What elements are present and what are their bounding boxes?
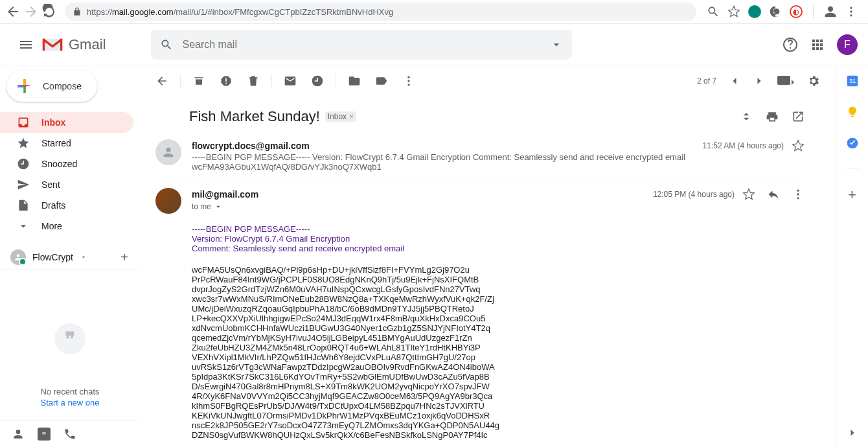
inbox-chip[interactable]: Inbox× [325,111,356,122]
lock-icon [73,7,82,16]
nav-more[interactable]: More [0,216,133,236]
compose-button[interactable]: Compose [6,71,97,102]
zoom-icon[interactable] [707,5,720,18]
settings-button[interactable] [807,74,820,87]
nav-snoozed[interactable]: Snoozed [0,154,133,174]
pinterest-icon[interactable] [769,5,782,18]
file-icon [17,199,30,212]
calendar-addon-icon[interactable]: 31 [846,74,859,87]
svg-point-1 [850,7,852,9]
add-label-button[interactable]: + [120,250,128,265]
browser-menu-icon[interactable] [845,5,858,18]
spam-button[interactable] [220,74,233,87]
hangouts-tab-icon[interactable] [38,428,51,441]
tasks-addon-icon[interactable] [846,137,859,150]
hangouts-start-link[interactable]: Start a new one [13,398,127,407]
message-time: 12:05 PM (4 hours ago) [653,190,735,199]
gmail-logo[interactable]: Gmail [41,36,106,53]
caret-down-icon [80,253,87,261]
nav-drafts[interactable]: Drafts [0,195,133,216]
svg-point-11 [797,190,799,192]
contacts-icon[interactable] [12,428,25,441]
labels-button[interactable] [375,74,388,87]
caret-down-icon [214,202,223,211]
nav-starred[interactable]: Starred [0,133,133,154]
support-icon[interactable] [782,37,798,52]
message-counter: 2 of 7 [697,76,716,86]
input-tools-button[interactable] [777,74,795,87]
prev-message-button[interactable] [728,74,741,87]
forward-button[interactable] [23,4,39,19]
send-icon [17,178,30,191]
next-message-button[interactable] [753,74,766,87]
snooze-button[interactable] [311,74,324,87]
archive-button[interactable] [192,74,205,87]
nav-sent[interactable]: Sent [0,174,133,195]
clock-icon [17,157,30,170]
gmail-header: Gmail F [0,24,868,65]
svg-text:31: 31 [849,78,855,84]
gmail-m-icon [41,36,63,53]
url-text: https://mail.google.com/mail/u/1/#inbox/… [87,7,393,17]
user-presence-icon [10,249,26,265]
message-pane: 2 of 7 Fish Market Sunday! Inbox× flowcr… [140,65,836,447]
main-menu-button[interactable] [10,29,41,60]
search-input[interactable] [177,39,546,51]
more-actions-button[interactable] [402,74,415,87]
address-bar[interactable]: https://mail.google.com/mail/u/1/#inbox/… [65,3,696,21]
apps-grid-icon[interactable] [810,37,825,52]
message-time: 11:52 AM (4 hours ago) [703,141,784,150]
svg-point-9 [407,84,409,86]
browser-toolbar: https://mail.google.com/mail/u/1/#inbox/… [0,0,868,24]
message-item-expanded: mil@gmail.com 12:05 PM (4 hours ago) to … [155,181,836,447]
sidebar: Compose Inbox Starred Snoozed Sent Draft… [0,65,140,447]
new-window-button[interactable] [792,110,805,123]
phone-icon[interactable] [63,428,76,441]
nav-inbox[interactable]: Inbox [0,112,133,133]
hangouts-panel: ❞ No recent chats Start a new one [0,310,140,420]
compose-label: Compose [43,81,82,91]
get-addons-button[interactable]: + [846,187,859,200]
sender-avatar-icon [155,139,181,165]
search-bar[interactable] [151,30,572,60]
mark-unread-button[interactable] [284,74,297,87]
move-to-button[interactable] [348,74,361,87]
back-button[interactable] [5,4,21,19]
print-button[interactable] [766,110,779,123]
collapse-panel-button[interactable] [846,426,859,439]
search-icon[interactable] [160,38,173,51]
star-message-button[interactable] [742,188,755,201]
svg-point-8 [407,80,409,82]
reply-button[interactable] [767,188,780,201]
label-flowcrypt[interactable]: FlowCrypt [10,249,87,265]
profile-icon[interactable] [824,5,837,18]
inbox-icon [17,116,30,129]
svg-rect-10 [777,76,790,85]
user-avatar[interactable]: F [837,34,858,55]
star-message-button[interactable] [792,139,805,152]
message-toolbar: 2 of 7 [155,65,836,97]
reload-button[interactable] [41,4,57,19]
delete-button[interactable] [247,74,260,87]
svg-rect-4 [43,38,45,51]
ext-icon-1[interactable] [748,5,761,18]
expand-all-button[interactable] [740,110,753,123]
chevron-down-icon [17,220,30,233]
star-icon [17,137,30,150]
bookmark-star-icon[interactable] [727,5,740,18]
addons-panel: 31 + [836,65,868,447]
svg-rect-5 [60,38,62,51]
message-more-button[interactable] [792,188,805,201]
hangouts-no-chats: No recent chats [13,387,127,396]
ext-icon-3[interactable]: ◐ [790,5,803,18]
gmail-brand-text: Gmail [69,36,106,53]
search-dropdown-icon[interactable] [550,38,563,51]
keep-addon-icon[interactable] [846,106,859,119]
back-to-inbox-button[interactable] [155,74,168,87]
svg-point-13 [797,197,799,199]
svg-point-2 [850,10,852,12]
message-item-collapsed[interactable]: flowcrypt.docs@gmail.com 11:52 AM (4 hou… [155,133,836,181]
svg-point-3 [850,14,852,16]
recipient-line[interactable]: to me [192,202,805,211]
sidebar-bottom [0,420,140,447]
